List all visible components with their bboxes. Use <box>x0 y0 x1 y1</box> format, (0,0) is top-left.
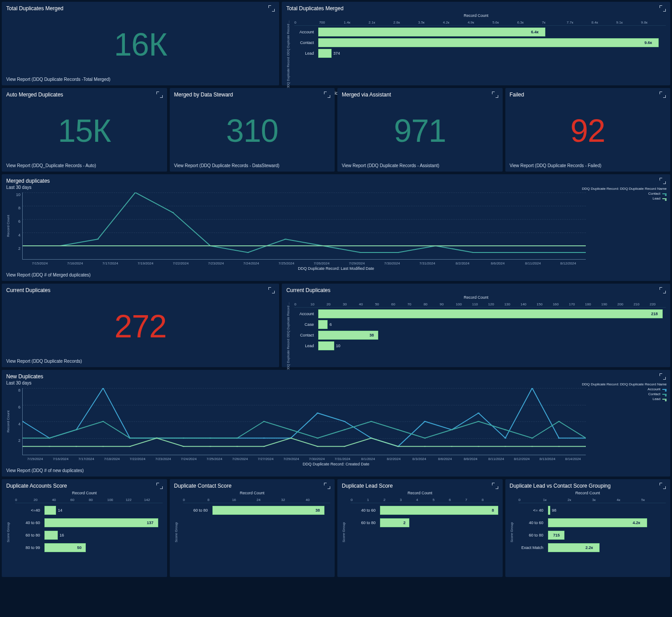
bar-fill[interactable] <box>318 341 334 350</box>
svg-point-21 <box>209 245 212 246</box>
view-report-link[interactable]: View Report (DDQ # of new duplicates) <box>6 468 666 473</box>
kpi-value: 92 <box>510 100 666 161</box>
bar-value-label: 10 <box>336 344 340 348</box>
expand-icon[interactable] <box>324 483 330 489</box>
svg-point-63 <box>263 421 265 422</box>
svg-point-60 <box>182 438 184 439</box>
chart-current-duplicates-bar: Current Duplicates Record Count DDQ Dupl… <box>282 284 670 367</box>
bar-value-label: 8 <box>492 508 496 513</box>
expand-icon[interactable] <box>156 92 163 98</box>
expand-icon[interactable] <box>492 92 498 98</box>
card-title: New Duplicates <box>6 373 43 380</box>
bar-fill[interactable] <box>318 49 332 58</box>
bar-value-label: 38 <box>316 508 323 513</box>
bar-fill[interactable] <box>318 38 659 47</box>
view-report-link[interactable]: View Report (DDQ Duplicate Records) <box>6 359 275 364</box>
svg-point-79 <box>102 446 104 447</box>
kpi-value: 310 <box>174 100 331 161</box>
expand-icon[interactable] <box>268 287 275 293</box>
bar-value-label: 6.4к <box>531 30 544 34</box>
axis-title: Record Count <box>286 295 666 300</box>
svg-point-10 <box>397 252 399 253</box>
bar-fill[interactable] <box>44 531 58 540</box>
expand-icon[interactable] <box>660 483 666 489</box>
view-report-link[interactable]: View Report (DDQ # of Merged duplicates) <box>6 272 666 277</box>
bar-fill[interactable] <box>318 320 328 329</box>
svg-point-6 <box>247 252 249 253</box>
expand-icon[interactable] <box>156 483 163 489</box>
svg-point-80 <box>129 446 131 447</box>
svg-point-47 <box>424 421 426 422</box>
svg-point-18 <box>96 245 99 246</box>
svg-point-84 <box>236 446 238 447</box>
kpi-value: 16К <box>6 13 275 75</box>
bar-category: 80 to 99 <box>15 545 42 550</box>
bar-row: 40 to 608 <box>351 504 498 517</box>
y-axis-label: Score Group <box>6 498 15 567</box>
expand-icon[interactable] <box>660 178 666 184</box>
bar-category: Account <box>294 312 316 316</box>
bar-category: Lead <box>294 344 316 348</box>
bar-row: <=4014 <box>15 504 163 517</box>
expand-icon[interactable] <box>268 5 275 12</box>
expand-icon[interactable] <box>660 5 666 12</box>
view-report-link[interactable]: View Report (DDQ Duplicate Records - Ass… <box>342 163 498 168</box>
bar-fill[interactable] <box>212 506 324 515</box>
expand-icon[interactable] <box>660 373 666 380</box>
bar-category: Lead <box>294 51 316 56</box>
view-report-link[interactable]: View Report (DDQ_Duplicate Records - Aut… <box>6 163 163 168</box>
svg-point-17 <box>59 245 61 246</box>
bar-category: 40 to 60 <box>351 508 377 513</box>
bar-fill[interactable] <box>44 518 158 527</box>
bar-fill[interactable] <box>548 518 647 527</box>
card-title: Merged duplicates <box>6 178 50 184</box>
bar-fill[interactable] <box>380 506 498 515</box>
bar-category: Case <box>294 322 316 327</box>
chart-new-duplicates-line: New Duplicates Last 30 days DDQ Duplicat… <box>2 370 670 477</box>
card-title: Merged via Assistant <box>342 92 391 98</box>
card-title: Auto Merged Duplicates <box>6 92 63 98</box>
bar-category: Contact <box>294 40 316 45</box>
view-report-link[interactable]: View Report (DDQ Duplicate Records - Fai… <box>510 163 666 168</box>
chart-legend: DDQ Duplicate Record: DDQ Duplicate Reco… <box>582 187 667 200</box>
view-report-link[interactable]: View Report (DDQ Duplicate Records -Tota… <box>6 77 275 82</box>
svg-point-55 <box>48 438 51 439</box>
kpi-value: 272 <box>6 295 275 357</box>
bar-fill[interactable] <box>318 28 545 36</box>
svg-point-14 <box>547 252 549 253</box>
svg-point-95 <box>531 446 533 447</box>
svg-point-35 <box>102 388 104 389</box>
x-axis-label: DDQ Duplicate Record: Created Date <box>6 462 666 466</box>
expand-icon[interactable] <box>492 483 498 489</box>
bar-value-label: 38 <box>369 333 376 337</box>
bar-value-label: 715 <box>553 533 560 537</box>
card-subtitle: Last 30 days <box>6 185 50 190</box>
svg-point-22 <box>247 245 249 246</box>
bar-fill[interactable] <box>44 506 56 515</box>
expand-icon[interactable] <box>660 92 666 98</box>
bar-row: 60 to 80715 <box>519 529 666 541</box>
bar-fill[interactable] <box>548 506 550 515</box>
kpi-value: 971 <box>342 100 498 161</box>
svg-point-44 <box>343 421 345 422</box>
expand-icon[interactable] <box>660 287 666 293</box>
expand-icon[interactable] <box>324 92 330 98</box>
svg-point-19 <box>134 245 136 246</box>
card-title: Duplicate Lead vs Contact Score Grouping <box>510 483 611 489</box>
bar-fill[interactable] <box>318 309 663 318</box>
svg-point-56 <box>75 429 77 430</box>
svg-point-2 <box>96 239 99 240</box>
view-report-link[interactable]: View Report (DDQ Duplicate Records - Dat… <box>174 163 331 168</box>
svg-point-25 <box>360 245 362 246</box>
card-title: Total Duplicates Merged <box>6 5 64 12</box>
svg-point-94 <box>504 446 506 447</box>
bar-row: Case6 <box>294 319 666 330</box>
card-title: Duplicate Lead Score <box>342 483 393 489</box>
svg-point-90 <box>397 446 399 447</box>
svg-point-43 <box>316 413 319 413</box>
svg-point-64 <box>290 429 292 430</box>
svg-point-4 <box>172 212 174 213</box>
svg-point-20 <box>172 245 174 246</box>
chart-total-merged-bar: Total Duplicates Merged Record Count DDQ… <box>282 2 670 85</box>
bar-row: 40 to 604.2к <box>519 517 666 529</box>
